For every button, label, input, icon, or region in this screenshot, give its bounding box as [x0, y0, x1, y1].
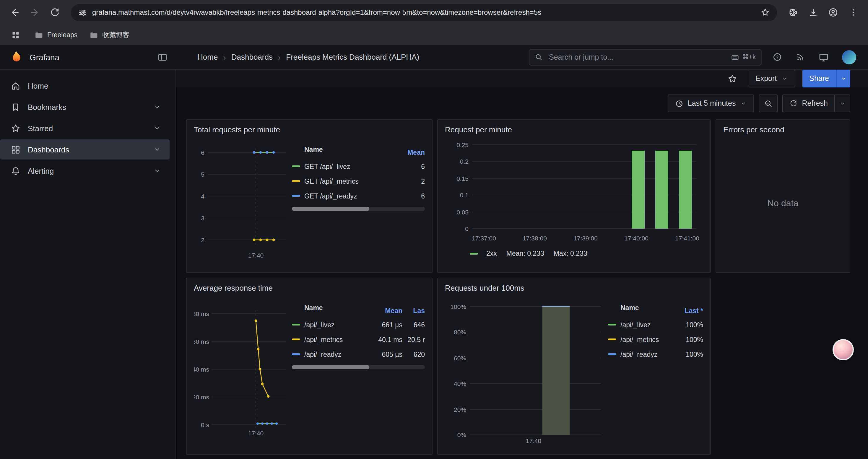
panel-title[interactable]: Request per minute [445, 125, 703, 135]
search-box[interactable]: ⌘+k [529, 49, 762, 65]
series-last: 646 [402, 321, 425, 328]
panel-title[interactable]: Average response time [194, 283, 425, 294]
series-name[interactable]: /api/_metrics [620, 336, 675, 343]
panel-title[interactable]: Total requests per minute [194, 125, 425, 135]
favorite-dashboard-button[interactable] [723, 70, 741, 88]
reload-button[interactable] [46, 4, 64, 21]
panel-errors-per-second: Errors per second No data [716, 119, 850, 273]
series-color-green [292, 324, 300, 326]
site-info-icon[interactable] [78, 8, 87, 17]
svg-text:0.15: 0.15 [457, 175, 469, 182]
sidebar-item-dashboards[interactable]: Dashboards [0, 139, 169, 160]
legend-line: 2xx Mean: 0.233 Max: 0.233 [445, 250, 703, 257]
panel-title[interactable]: Errors per second [723, 125, 843, 135]
sidebar-item-label: Starred [28, 124, 53, 133]
sidebar-item-alerting[interactable]: Alerting [0, 161, 169, 181]
breadcrumb-dashboards[interactable]: Dashboards [231, 53, 273, 61]
dashboard-subbar: Export Share [176, 70, 868, 88]
export-button[interactable]: Export [748, 70, 795, 88]
legend-header-name[interactable]: Name [304, 146, 399, 159]
svg-text:17:39:00: 17:39:00 [574, 235, 598, 241]
series-last: 100% [675, 351, 703, 358]
series-color-blue [292, 353, 300, 355]
search-input[interactable] [548, 52, 726, 62]
sidebar-item-starred[interactable]: Starred [0, 118, 169, 138]
app-body: Home Bookmarks Starred Dashboards Alerti… [0, 70, 868, 459]
legend-header-name[interactable]: Name [620, 304, 675, 317]
legend-scrollbar[interactable] [292, 207, 425, 211]
help-icon[interactable]: ? [772, 52, 782, 62]
legend-header-name[interactable]: Name [304, 304, 369, 317]
legend-header-mean[interactable]: Mean [399, 149, 425, 156]
series-name[interactable]: /api/_livez [304, 321, 369, 328]
search-shortcut-badge: ⌘+k [731, 53, 756, 61]
series-mean: 605 µs [369, 351, 402, 358]
series-name[interactable]: GET /api/_metrics [304, 177, 399, 185]
url-bar[interactable]: grafana.mathmast.com/d/deytv4rwavabkb/fr… [71, 4, 777, 21]
bookmark-item-blogs[interactable]: 收藏博客 [89, 30, 129, 39]
apps-grid-icon[interactable] [8, 28, 23, 42]
kiosk-monitor-icon[interactable] [818, 52, 829, 62]
bookmark-star-icon[interactable] [761, 8, 770, 17]
sidebar-toggle-icon[interactable] [157, 52, 168, 62]
svg-text:0 s: 0 s [201, 422, 209, 428]
svg-text:4: 4 [201, 193, 205, 200]
share-label: Share [809, 74, 829, 83]
forward-button[interactable] [26, 4, 44, 21]
scrollbar-thumb[interactable] [292, 365, 369, 369]
legend-header-row: Name Last * [608, 304, 703, 317]
bookmark-item-freeleaps[interactable]: Freeleaps [34, 30, 78, 39]
news-rss-icon[interactable] [795, 52, 805, 62]
user-avatar[interactable] [842, 50, 856, 64]
chevron-down-icon[interactable] [153, 145, 161, 154]
legend-item-2xx[interactable]: 2xx [470, 250, 497, 257]
share-dropdown-button[interactable] [836, 70, 850, 88]
scrollbar-thumb[interactable] [292, 207, 369, 211]
legend-header-last[interactable]: Last * [675, 307, 703, 314]
back-button[interactable] [6, 4, 24, 21]
sidebar-item-bookmarks[interactable]: Bookmarks [0, 97, 169, 117]
breadcrumb-home[interactable]: Home [197, 53, 218, 61]
chevron-down-icon[interactable] [153, 124, 161, 132]
share-button[interactable]: Share [802, 70, 836, 88]
series-name[interactable]: /api/_livez [620, 321, 675, 328]
panel-request-per-minute: Request per minute 0.25 0.2 0.15 0.1 0.0… [437, 119, 711, 273]
series-color-yellow [608, 338, 616, 340]
panel-title[interactable]: Requests under 100ms [445, 283, 703, 294]
profile-button[interactable] [824, 4, 842, 21]
chevron-down-icon[interactable] [153, 167, 161, 175]
legend-header-mean[interactable]: Mean [369, 307, 402, 314]
legend-scrollbar[interactable] [292, 365, 425, 369]
grafana-logo[interactable] [9, 50, 24, 64]
panel-total-requests: Total requests per minute 6 5 4 3 2 [186, 119, 433, 273]
series-color-green [608, 324, 616, 326]
zoom-out-button[interactable] [759, 95, 778, 112]
chevron-down-icon [839, 100, 846, 107]
star-icon [11, 123, 21, 133]
extensions-button[interactable] [784, 4, 802, 21]
chevron-down-icon[interactable] [153, 103, 161, 111]
series-name[interactable]: GET /api/_readyz [304, 192, 399, 199]
breadcrumb-separator: › [223, 52, 226, 62]
refresh-button[interactable]: Refresh [782, 95, 835, 112]
svg-text:20 ms: 20 ms [194, 394, 209, 400]
series-name[interactable]: /api/_metrics [304, 336, 369, 343]
legend-header-last[interactable]: Las [402, 307, 425, 314]
refresh-interval-dropdown[interactable] [835, 95, 850, 112]
sidebar-item-home[interactable]: Home [0, 76, 169, 96]
menu-button[interactable] [844, 4, 862, 21]
time-range-picker[interactable]: Last 5 minutes [668, 95, 754, 112]
home-icon [11, 80, 21, 91]
floating-avatar-button[interactable] [833, 339, 854, 360]
breadcrumb: Home › Dashboards › Freeleaps Metrics Da… [197, 52, 419, 62]
dashboard-canvas: Last 5 minutes Refresh [176, 88, 868, 459]
refresh-icon [789, 99, 798, 107]
time-range-label: Last 5 minutes [688, 99, 736, 107]
url-text[interactable]: grafana.mathmast.com/d/deytv4rwavabkb/fr… [92, 8, 755, 17]
series-name[interactable]: /api/_readyz [620, 351, 675, 358]
downloads-button[interactable] [804, 4, 822, 21]
series-name[interactable]: GET /api/_livez [304, 163, 399, 170]
svg-text:80%: 80% [454, 329, 466, 335]
series-name[interactable]: /api/_readyz [304, 351, 369, 358]
series-color-blue [608, 353, 616, 355]
